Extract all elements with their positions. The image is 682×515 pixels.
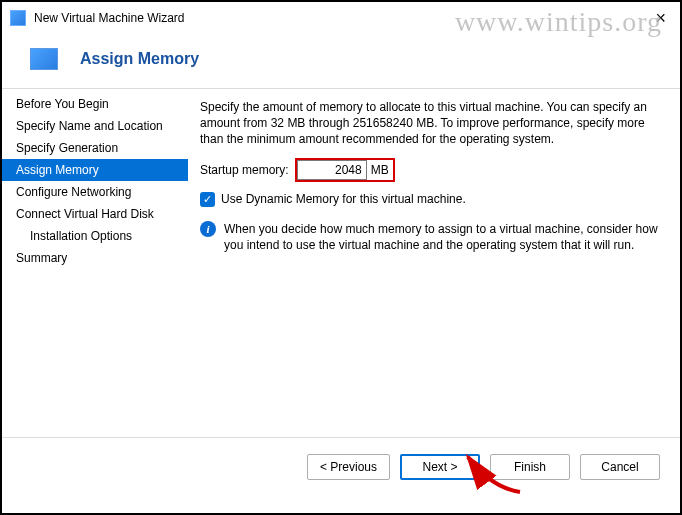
sidebar-item-specify-name[interactable]: Specify Name and Location bbox=[2, 115, 188, 137]
startup-memory-input[interactable] bbox=[297, 160, 367, 180]
sidebar-item-connect-vhd[interactable]: Connect Virtual Hard Disk bbox=[2, 203, 188, 225]
wizard-footer: < Previous Next > Finish Cancel bbox=[2, 437, 680, 495]
previous-button[interactable]: < Previous bbox=[307, 454, 390, 480]
sidebar-item-installation-options[interactable]: Installation Options bbox=[2, 225, 188, 247]
page-title: Assign Memory bbox=[80, 50, 199, 68]
header-icon bbox=[30, 48, 58, 70]
next-button[interactable]: Next > bbox=[400, 454, 480, 480]
startup-memory-label: Startup memory: bbox=[200, 163, 289, 177]
dynamic-memory-checkbox[interactable]: ✓ bbox=[200, 192, 215, 207]
wizard-content: Specify the amount of memory to allocate… bbox=[188, 89, 680, 437]
sidebar-item-before-you-begin[interactable]: Before You Begin bbox=[2, 93, 188, 115]
sidebar-item-summary[interactable]: Summary bbox=[2, 247, 188, 269]
finish-button[interactable]: Finish bbox=[490, 454, 570, 480]
info-icon: i bbox=[200, 221, 216, 237]
titlebar: New Virtual Machine Wizard × bbox=[2, 2, 680, 34]
sidebar-item-specify-generation[interactable]: Specify Generation bbox=[2, 137, 188, 159]
dynamic-memory-label: Use Dynamic Memory for this virtual mach… bbox=[221, 192, 466, 206]
description-text: Specify the amount of memory to allocate… bbox=[200, 99, 662, 148]
window-title: New Virtual Machine Wizard bbox=[34, 11, 185, 25]
wizard-header: Assign Memory bbox=[2, 34, 680, 88]
info-text: When you decide how much memory to assig… bbox=[224, 221, 662, 253]
close-icon[interactable]: × bbox=[649, 7, 672, 29]
sidebar-item-assign-memory[interactable]: Assign Memory bbox=[2, 159, 188, 181]
window-icon bbox=[10, 10, 26, 26]
startup-memory-unit: MB bbox=[371, 163, 389, 177]
cancel-button[interactable]: Cancel bbox=[580, 454, 660, 480]
wizard-steps-sidebar: Before You Begin Specify Name and Locati… bbox=[2, 89, 188, 437]
sidebar-item-configure-networking[interactable]: Configure Networking bbox=[2, 181, 188, 203]
startup-memory-highlight: MB bbox=[295, 158, 395, 182]
